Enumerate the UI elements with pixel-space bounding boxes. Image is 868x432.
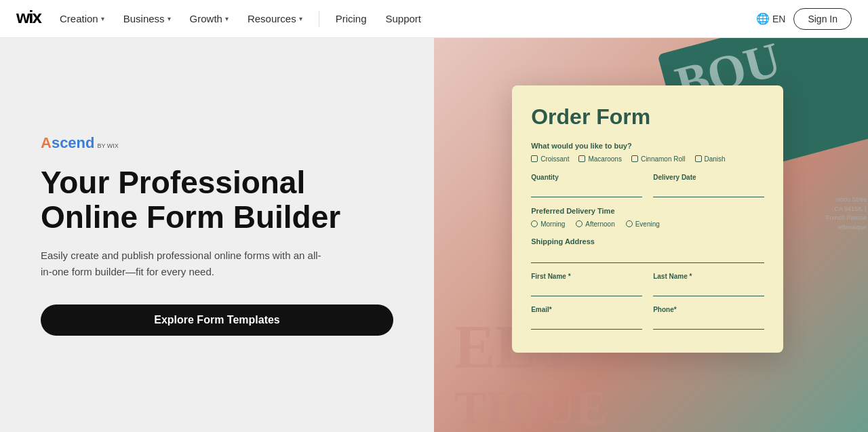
- chevron-down-icon: ▾: [225, 15, 229, 22]
- ascend-a: A: [41, 134, 52, 151]
- phone-input[interactable]: [653, 317, 764, 330]
- shipping-address-input[interactable]: [531, 251, 764, 263]
- wix-logo[interactable]: wix: [16, 7, 52, 31]
- delivery-date-field: Delivery Date: [653, 174, 764, 197]
- explore-form-templates-button[interactable]: Explore Form Templates: [41, 305, 393, 336]
- hero-subtext: Easily create and publish professional o…: [41, 248, 326, 280]
- contact-row: Email* Phone*: [531, 306, 764, 330]
- ascend-by-wix: BY WIX: [97, 142, 118, 149]
- delivery-date-input[interactable]: [653, 185, 764, 197]
- hero-heading: Your ProfessionalOnline Form Builder: [41, 165, 393, 234]
- form-title: Order Form: [531, 104, 764, 130]
- radio-icon: [626, 220, 633, 227]
- ascend-scend: scend: [52, 134, 95, 151]
- hero-right: BOU EET TIQUE Order Form What would you …: [434, 38, 868, 432]
- last-name-input[interactable]: [653, 284, 764, 296]
- nav-item-resources[interactable]: Resources ▾: [239, 9, 311, 28]
- last-name-field: Last Name *: [653, 273, 764, 296]
- nav-item-growth[interactable]: Growth ▾: [182, 9, 237, 28]
- globe-icon: 🌐: [756, 12, 770, 25]
- address-label: ncios StreeCA 94158, (French Patisseetbo…: [826, 195, 867, 232]
- nav-items: Creation ▾ Business ▾ Growth ▾ Resources…: [52, 9, 756, 28]
- checkbox-cinnamon-roll[interactable]: Cinnamon Roll: [631, 155, 686, 163]
- checkbox-macaroons[interactable]: Macaroons: [578, 155, 621, 163]
- chevron-down-icon: ▾: [167, 15, 171, 22]
- checkbox-icon: [695, 155, 702, 162]
- chevron-down-icon: ▾: [299, 15, 302, 22]
- checkbox-danish[interactable]: Danish: [695, 155, 726, 163]
- checkbox-icon: [578, 155, 585, 162]
- radio-morning[interactable]: Morning: [531, 220, 565, 228]
- email-input[interactable]: [531, 317, 642, 330]
- shipping-address-label: Shipping Address: [531, 237, 764, 246]
- checkbox-icon: [531, 155, 538, 162]
- checkbox-icon: [631, 155, 638, 162]
- email-field: Email*: [531, 306, 642, 330]
- name-row: First Name * Last Name *: [531, 273, 764, 296]
- quantity-input[interactable]: [531, 185, 642, 197]
- quantity-field: Quantity: [531, 174, 642, 197]
- sign-in-button[interactable]: Sign In: [793, 8, 852, 30]
- form-question: What would you like to buy?: [531, 142, 764, 150]
- nav-item-creation[interactable]: Creation ▾: [52, 9, 113, 28]
- hero-section: Ascend BY WIX Your ProfessionalOnline Fo…: [0, 38, 868, 432]
- nav-item-business[interactable]: Business ▾: [115, 9, 179, 28]
- form-checkboxes: Croissant Macaroons Cinnamon Roll Danish: [531, 155, 764, 163]
- delivery-time-label: Preferred Delivery Time: [531, 207, 764, 215]
- ascend-brand: Ascend BY WIX: [41, 134, 393, 152]
- first-name-field: First Name *: [531, 273, 642, 296]
- hero-left: Ascend BY WIX Your ProfessionalOnline Fo…: [0, 38, 434, 432]
- nav-item-pricing[interactable]: Pricing: [328, 9, 375, 28]
- language-selector[interactable]: 🌐 EN: [756, 12, 785, 25]
- radio-evening[interactable]: Evening: [626, 220, 660, 228]
- quantity-date-row: Quantity Delivery Date: [531, 174, 764, 197]
- nav-item-support[interactable]: Support: [378, 9, 430, 28]
- radio-icon: [531, 220, 538, 227]
- navigation: wix Creation ▾ Business ▾ Growth ▾ Resou…: [0, 0, 868, 38]
- checkbox-croissant[interactable]: Croissant: [531, 155, 569, 163]
- form-card: Order Form What would you like to buy? C…: [512, 85, 783, 353]
- phone-field: Phone*: [653, 306, 764, 330]
- nav-divider: [319, 11, 319, 27]
- svg-text:wix: wix: [16, 7, 42, 26]
- radio-afternoon[interactable]: Afternoon: [576, 220, 614, 228]
- form-radios: Morning Afternoon Evening: [531, 220, 764, 228]
- nav-right: 🌐 EN Sign In: [756, 8, 852, 30]
- radio-icon: [576, 220, 583, 227]
- first-name-input[interactable]: [531, 284, 642, 296]
- chevron-down-icon: ▾: [101, 15, 104, 22]
